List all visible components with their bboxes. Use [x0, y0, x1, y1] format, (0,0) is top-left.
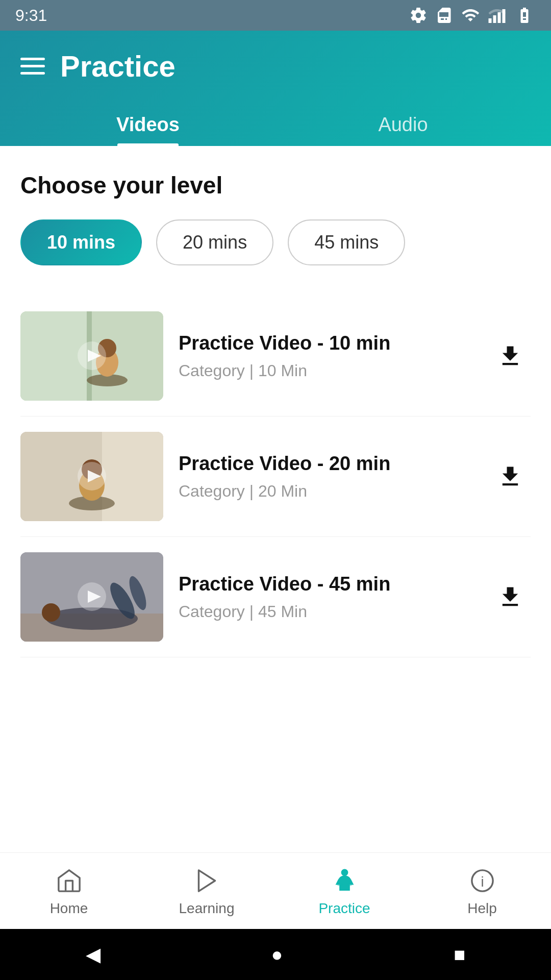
sim-icon	[435, 6, 453, 24]
nav-item-practice[interactable]: Practice	[293, 866, 395, 917]
svg-point-32	[347, 883, 352, 886]
svg-text:i: i	[481, 874, 484, 890]
hamburger-menu[interactable]	[20, 58, 45, 75]
svg-point-31	[337, 883, 342, 886]
video-thumbnail-3[interactable]	[20, 552, 163, 642]
video-info-1: Practice Video - 10 min Category | 10 Mi…	[179, 332, 474, 380]
nav-label-practice: Practice	[318, 900, 370, 917]
level-45min-button[interactable]: 45 mins	[288, 219, 405, 265]
battery-icon	[513, 6, 536, 24]
svg-rect-0	[489, 18, 492, 23]
status-time: 9:31	[15, 6, 47, 25]
home-button[interactable]: ●	[271, 944, 283, 966]
svg-rect-3	[503, 9, 506, 23]
video-title-1: Practice Video - 10 min	[179, 332, 474, 354]
download-button-3[interactable]	[490, 577, 531, 618]
video-thumbnail-1[interactable]	[20, 311, 163, 401]
level-10min-button[interactable]: 10 mins	[20, 219, 142, 265]
practice-icon	[329, 866, 360, 896]
status-icons	[409, 6, 536, 24]
download-button-2[interactable]	[490, 456, 531, 497]
tab-audio[interactable]: Audio	[276, 104, 531, 146]
video-thumbnail-2[interactable]	[20, 432, 163, 521]
video-list: Practice Video - 10 min Category | 10 Mi…	[20, 296, 531, 657]
wifi-icon	[460, 6, 481, 24]
level-selector: 10 mins 20 mins 45 mins	[20, 219, 531, 265]
header: Practice Videos Audio	[0, 31, 551, 146]
download-icon	[497, 463, 523, 490]
video-meta-1: Category | 10 Min	[179, 361, 474, 380]
list-item: Practice Video - 10 min Category | 10 Mi…	[20, 296, 531, 416]
svg-rect-2	[498, 12, 501, 23]
svg-marker-29	[198, 870, 215, 891]
home-icon	[54, 866, 84, 896]
level-20min-button[interactable]: 20 mins	[156, 219, 273, 265]
signal-icon	[488, 6, 506, 24]
list-item: Practice Video - 45 min Category | 45 Mi…	[20, 537, 531, 657]
download-button-1[interactable]	[490, 336, 531, 377]
list-item: Practice Video - 20 min Category | 20 Mi…	[20, 416, 531, 537]
tab-videos[interactable]: Videos	[20, 104, 276, 146]
svg-rect-14	[102, 432, 163, 521]
back-button[interactable]: ◀	[86, 943, 101, 966]
section-title: Choose your level	[20, 172, 531, 199]
download-icon	[497, 584, 523, 610]
video-info-2: Practice Video - 20 min Category | 20 Mi…	[179, 453, 474, 501]
video-meta-2: Category | 20 Min	[179, 482, 474, 501]
tab-bar: Videos Audio	[20, 104, 531, 146]
svg-point-24	[42, 603, 60, 622]
download-icon	[497, 343, 523, 370]
learning-icon	[191, 866, 222, 896]
svg-rect-1	[493, 15, 496, 23]
nav-label-learning: Learning	[179, 900, 235, 917]
nav-item-learning[interactable]: Learning	[156, 866, 258, 917]
nav-label-help: Help	[467, 900, 497, 917]
bottom-nav: Home Learning Practice i	[0, 852, 551, 929]
nav-label-home: Home	[50, 900, 88, 917]
video-meta-3: Category | 45 Min	[179, 602, 474, 621]
page-title: Practice	[60, 49, 176, 83]
status-bar: 9:31	[0, 0, 551, 31]
help-icon: i	[467, 866, 497, 896]
recents-button[interactable]: ■	[454, 944, 466, 966]
video-info-3: Practice Video - 45 min Category | 45 Mi…	[179, 573, 474, 621]
nav-item-home[interactable]: Home	[18, 866, 120, 917]
system-nav-bar: ◀ ● ■	[0, 929, 551, 980]
settings-icon	[409, 6, 428, 24]
nav-item-help[interactable]: i Help	[431, 866, 533, 917]
main-content: Choose your level 10 mins 20 mins 45 min…	[0, 146, 551, 795]
video-title-2: Practice Video - 20 min	[179, 453, 474, 475]
svg-point-30	[341, 870, 347, 875]
video-title-3: Practice Video - 45 min	[179, 573, 474, 595]
